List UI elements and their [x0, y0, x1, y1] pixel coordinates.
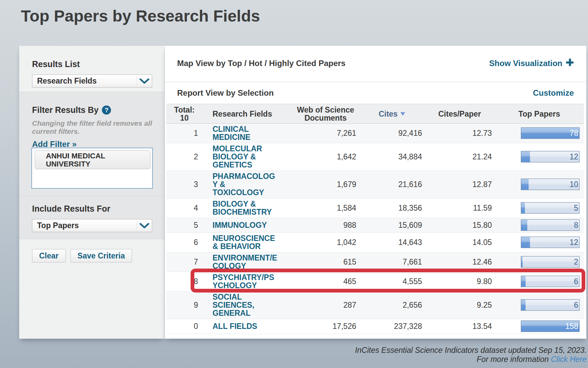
- top-papers-value: 12: [569, 237, 578, 248]
- include-results-section: Include Results For Top Papers: [19, 196, 164, 239]
- col-header-wos-documents[interactable]: Web of ScienceDocuments: [292, 104, 359, 124]
- top-papers-bar-fill: [521, 300, 526, 310]
- footer-line2-text: For more information: [477, 355, 551, 364]
- table-row: 5 IMMUNOLOGY 988 15,609 15.80 8: [166, 218, 584, 233]
- top-papers-value: 158: [565, 321, 578, 332]
- top-papers-value: 5: [574, 203, 578, 213]
- top-papers-bar: 78: [521, 127, 580, 139]
- field-link[interactable]: BIOLOGY & BIOCHEMISTRY: [213, 200, 279, 216]
- filter-heading-label: Filter Results By: [32, 105, 99, 115]
- save-criteria-button[interactable]: Save Criteria: [71, 249, 132, 263]
- table-row: 9 SOCIAL SCIENCES, GENERAL 287 2,656 9.2…: [166, 292, 584, 319]
- top-papers-bar-fill: [521, 276, 526, 287]
- wos-documents-value: 17,526: [292, 319, 359, 334]
- top-papers-bar-fill: [521, 179, 529, 190]
- cites-per-paper-value: 21.24: [425, 143, 495, 171]
- show-visualization-label: Show Visualization: [489, 59, 562, 68]
- include-results-dropdown-value: Top Papers: [32, 221, 137, 230]
- help-icon[interactable]: ?: [102, 105, 111, 115]
- cites-per-paper-value: 9.80: [425, 272, 495, 292]
- cites-per-paper-value: 13.54: [425, 319, 495, 334]
- wos-documents-value: 7,261: [292, 124, 359, 143]
- top-papers-bar: 5: [521, 202, 580, 214]
- cites-value: 34,884: [359, 143, 425, 171]
- top-papers-value: 6: [574, 276, 578, 287]
- row-rank: 6: [166, 233, 202, 252]
- cites-per-paper-value: 15.80: [425, 218, 495, 233]
- col-header-cites[interactable]: Cites: [359, 104, 425, 124]
- include-results-dropdown[interactable]: Top Papers: [32, 219, 152, 232]
- field-link[interactable]: ENVIRONMENT/ECOLOGY: [213, 254, 279, 270]
- top-papers-bar: 12: [521, 151, 580, 162]
- cites-per-paper-value: 11.59: [425, 198, 495, 218]
- col-header-research-fields: Research Fields: [202, 104, 292, 124]
- filter-heading: Filter Results By ?: [32, 92, 151, 115]
- wos-documents-value: 1,679: [292, 171, 359, 198]
- field-link[interactable]: ALL FIELDS: [213, 322, 279, 330]
- top-papers-bar: 158: [521, 320, 580, 332]
- top-papers-bar: 8: [521, 219, 580, 231]
- wos-documents-value: 287: [292, 292, 359, 319]
- clear-button[interactable]: Clear: [32, 249, 66, 263]
- field-link[interactable]: CLINICAL MEDICINE: [213, 125, 279, 141]
- row-rank: 9: [166, 292, 202, 319]
- filter-note: Changing the filter field removes all cu…: [32, 119, 155, 135]
- col-header-top-papers[interactable]: Top Papers: [495, 104, 584, 124]
- wos-documents-value: 988: [292, 218, 359, 233]
- top-papers-bar-fill: [521, 203, 525, 213]
- col-header-cites-per-paper[interactable]: Cites/Paper: [425, 104, 495, 124]
- include-results-heading: Include Results For: [32, 196, 151, 214]
- sidebar: Results List Research Fields Filter Resu…: [19, 46, 164, 339]
- table-header-row: Total:10 Research Fields Web of ScienceD…: [166, 104, 584, 124]
- customize-link[interactable]: Customize: [533, 88, 574, 98]
- cites-per-paper-value: 12.73: [425, 124, 495, 143]
- main-panel: Map View by Top / Hot / Highly Cited Pap…: [165, 46, 586, 339]
- chevron-down-icon: [137, 79, 152, 84]
- sort-desc-icon: [400, 112, 405, 116]
- field-link[interactable]: IMMUNOLOGY: [213, 221, 279, 229]
- filter-listbox[interactable]: ANHUI MEDICAL UNIVERSITY: [31, 148, 153, 189]
- top-papers-value: 8: [574, 220, 578, 231]
- chevron-down-icon: [137, 223, 152, 228]
- row-rank: 0: [166, 319, 202, 334]
- actions-section: Clear Save Criteria: [19, 239, 164, 338]
- row-rank: 1: [166, 124, 202, 143]
- cites-per-paper-value: 12.46: [425, 252, 495, 272]
- cites-value: 21,616: [359, 171, 425, 198]
- report-view-title: Report View by Selection: [177, 88, 274, 98]
- row-rank: 4: [166, 198, 202, 218]
- field-link[interactable]: MOLECULAR BIOLOGY & GENETICS: [213, 145, 279, 169]
- field-link[interactable]: NEUROSCIENCE & BEHAVIOR: [213, 234, 279, 250]
- plus-icon: [566, 58, 574, 68]
- panel-divider: [165, 82, 586, 82]
- row-rank: 2: [166, 143, 202, 171]
- results-list-dropdown[interactable]: Research Fields: [32, 74, 152, 88]
- footer-click-here-link[interactable]: Click Here: [551, 355, 587, 364]
- table-row: 0 ALL FIELDS 17,526 237,328 13.54 158: [166, 319, 584, 334]
- page-title: Top Papers by Research Fields: [21, 7, 260, 25]
- field-link[interactable]: SOCIAL SCIENCES, GENERAL: [213, 293, 279, 317]
- field-link[interactable]: PSYCHIATRY/PSYCHOLOGY: [213, 273, 279, 289]
- filter-selected-item[interactable]: ANHUI MEDICAL UNIVERSITY: [35, 150, 150, 169]
- top-papers-bar-fill: [521, 237, 530, 248]
- cites-per-paper-value: 14.05: [425, 233, 495, 252]
- results-list-section: Results List Research Fields: [19, 46, 164, 92]
- report-table: Total:10 Research Fields Web of ScienceD…: [166, 104, 584, 334]
- top-papers-bar: 12: [521, 237, 580, 248]
- top-papers-bar-fill: [521, 151, 530, 162]
- row-rank: 7: [166, 252, 202, 272]
- wos-documents-value: 1,584: [292, 198, 359, 218]
- cites-value: 4,555: [359, 272, 425, 292]
- field-link[interactable]: PHARMACOLOGY & TOXICOLOGY: [213, 172, 279, 196]
- top-papers-value: 12: [569, 151, 578, 162]
- wos-documents-value: 1,042: [292, 233, 359, 252]
- cites-per-paper-value: 9.25: [425, 292, 495, 319]
- cites-value: 18,356: [359, 198, 425, 218]
- results-list-heading: Results List: [32, 46, 151, 69]
- show-visualization-link[interactable]: Show Visualization: [489, 58, 574, 68]
- top-papers-bar-fill: [521, 256, 523, 267]
- cites-value: 92,416: [359, 124, 425, 143]
- top-papers-value: 78: [569, 128, 578, 139]
- col-header-total: Total:10: [166, 104, 202, 124]
- table-row: 8 PSYCHIATRY/PSYCHOLOGY 465 4,555 9.80 6: [166, 272, 584, 292]
